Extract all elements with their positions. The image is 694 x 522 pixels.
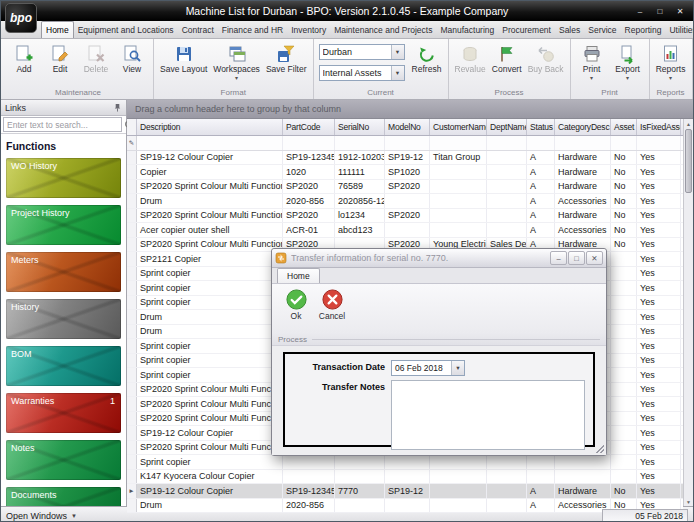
cell: A <box>527 499 555 513</box>
filter-cell[interactable] <box>527 136 555 150</box>
save-layout-button[interactable]: Save Layout <box>157 40 210 87</box>
column-header-serialno[interactable]: SerialNo <box>335 119 385 135</box>
export-button[interactable]: Export▾ <box>610 40 646 87</box>
convert-button[interactable]: Convert <box>489 40 525 87</box>
tab-service[interactable]: Service <box>584 21 620 38</box>
pin-icon[interactable] <box>113 103 122 112</box>
chevron-down-icon[interactable]: ▼ <box>391 45 404 59</box>
transfer-notes-input[interactable] <box>391 380 585 450</box>
filter-cell[interactable] <box>487 136 527 150</box>
tab-contract[interactable]: Contract <box>178 21 218 38</box>
reports-button[interactable]: Reports▾ <box>653 40 689 87</box>
filter-cell[interactable] <box>335 136 385 150</box>
dialog-maximize-icon[interactable]: □ <box>568 251 585 265</box>
print-icon <box>582 43 602 65</box>
tab-maintenance-and-projects[interactable]: Maintenance and Projects <box>330 21 436 38</box>
table-row[interactable]: Sprint copierYes <box>127 455 683 470</box>
table-row[interactable]: Copier1020111111SP1020AHardwareNoYes <box>127 165 683 180</box>
close-icon[interactable]: ✕ <box>671 5 689 18</box>
group-by-bar[interactable]: Drag a column header here to group by th… <box>127 100 693 119</box>
dialog-minimize-icon[interactable]: – <box>550 251 567 265</box>
open-windows-button[interactable]: Open Windows ▼ <box>6 511 77 521</box>
search-input[interactable] <box>3 117 122 132</box>
cell <box>555 470 611 484</box>
column-header-partcode[interactable]: PartCode <box>283 119 335 135</box>
view-button[interactable]: View <box>114 40 150 87</box>
print-button[interactable]: Print▾ <box>574 40 610 87</box>
filter-cell[interactable] <box>283 136 335 150</box>
chevron-down-icon[interactable]: ▼ <box>391 66 404 80</box>
filter-cell[interactable] <box>555 136 611 150</box>
column-header-deptname[interactable]: DeptName <box>487 119 527 135</box>
function-wo-history[interactable]: WO History <box>6 158 121 198</box>
table-row[interactable]: SP2020 Sprint Colour Multi Functional Co… <box>127 180 683 195</box>
tab-sales[interactable]: Sales <box>555 21 584 38</box>
status-date[interactable]: 05 Feb 2018 <box>602 509 688 522</box>
table-row[interactable]: Drum2020-8562020856-1234AAccessoriesNoYe… <box>127 194 683 209</box>
edit-button[interactable]: Edit <box>42 40 78 87</box>
table-row[interactable]: SP19-12 Colour CopierSP19-1234561912-102… <box>127 151 683 166</box>
function-warranties[interactable]: Warranties1 <box>6 393 121 433</box>
filter-row[interactable]: ✎ <box>127 136 683 151</box>
tab-reporting[interactable]: Reporting <box>621 21 666 38</box>
function-documents[interactable]: Documents <box>6 487 121 506</box>
table-row[interactable]: ►SP19-12 Colour CopierSP19-1234567770SP1… <box>127 484 683 499</box>
tab-equipment-and-locations[interactable]: Equipment and Locations <box>74 21 178 38</box>
cancel-button[interactable]: Cancel <box>314 287 350 321</box>
chevron-down-icon[interactable]: ▼ <box>451 361 464 375</box>
cell: SP19-12 <box>385 151 430 165</box>
function-meters[interactable]: Meters <box>6 252 121 292</box>
tab-inventory[interactable]: Inventory <box>287 21 330 38</box>
scroll-up-icon[interactable]: ▲ <box>686 119 691 128</box>
minimize-icon[interactable]: – <box>631 5 649 18</box>
scrollbar-thumb[interactable] <box>685 129 692 193</box>
column-header-categorydesc[interactable]: CategoryDesc <box>555 119 611 135</box>
filter-cell[interactable] <box>430 136 487 150</box>
tab-procurement[interactable]: Procurement <box>498 21 555 38</box>
function-bom[interactable]: BOM <box>6 346 121 386</box>
function-notes[interactable]: Notes <box>6 440 121 480</box>
row-indicator <box>127 310 137 324</box>
maximize-icon[interactable]: □ <box>651 5 669 18</box>
add-button[interactable]: Add <box>6 40 42 87</box>
table-row[interactable]: Drum2020-856AAccessoriesNoYes <box>127 499 683 514</box>
table-row[interactable]: Acer copier outer shellACR-01abcd123AAcc… <box>127 223 683 238</box>
vertical-scrollbar[interactable]: ▲ ▼ <box>683 119 693 506</box>
function-project-history[interactable]: Project History <box>6 205 121 245</box>
cell <box>283 470 335 484</box>
table-row[interactable]: K147 Kyocera Colour CopierYes <box>127 470 683 485</box>
save-filter-button[interactable]: Save Filter <box>263 40 310 87</box>
title-bar[interactable]: Machine List for Durban - BPO: Version 2… <box>1 1 693 21</box>
tab-home[interactable]: Home <box>41 21 74 38</box>
workspaces-button[interactable]: Workspaces▾ <box>210 40 263 87</box>
filter-cell[interactable] <box>637 136 681 150</box>
scroll-down-icon[interactable]: ▼ <box>686 497 691 506</box>
transaction-date-combo[interactable]: 06 Feb 2018 ▼ <box>391 360 465 376</box>
tab-finance-and-hr[interactable]: Finance and HR <box>218 21 287 38</box>
column-header-modelno[interactable]: ModelNo <box>385 119 430 135</box>
cancel-x-icon <box>321 288 344 311</box>
dialog-resize-grip[interactable] <box>596 445 604 453</box>
combo-internal-assets[interactable]: Internal Assets▼ <box>319 65 405 81</box>
dialog-titlebar[interactable]: Transfer information for serial no. 7770… <box>272 249 606 268</box>
dialog-tab-home[interactable]: Home <box>277 268 320 283</box>
filter-cell[interactable] <box>385 136 430 150</box>
column-header-isfixedasset[interactable]: IsFixedAsset <box>637 119 681 135</box>
column-header-description[interactable]: Description <box>137 119 283 135</box>
cell <box>611 325 637 339</box>
column-header-customername[interactable]: CustomerName <box>430 119 487 135</box>
refresh-button[interactable]: Refresh <box>409 40 445 87</box>
tab-manufacturing[interactable]: Manufacturing <box>436 21 498 38</box>
filter-cell[interactable] <box>137 136 283 150</box>
dialog-close-icon[interactable]: ✕ <box>586 251 603 265</box>
function-history[interactable]: History <box>6 299 121 339</box>
table-row[interactable]: SP2020 Sprint Colour Multi Functional Co… <box>127 209 683 224</box>
column-header-status[interactable]: Status <box>527 119 555 135</box>
combo-durban[interactable]: Durban▼ <box>319 44 405 60</box>
tab-utilities[interactable]: Utilities <box>665 21 694 38</box>
column-header-asset[interactable]: Asset <box>611 119 637 135</box>
bpo-logo[interactable]: bpo <box>5 3 37 33</box>
cell: Hardware <box>555 151 611 165</box>
ok-button[interactable]: Ok <box>278 287 314 321</box>
filter-cell[interactable] <box>611 136 637 150</box>
